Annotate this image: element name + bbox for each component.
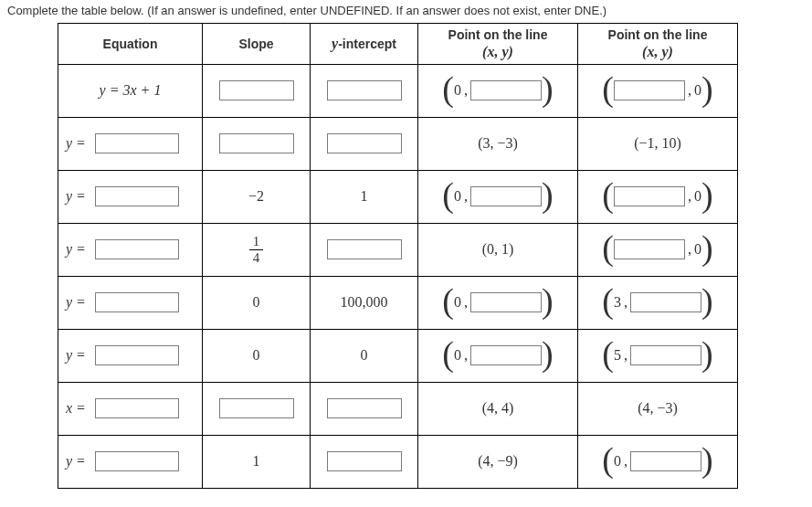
slope-input[interactable] xyxy=(219,398,294,418)
yint-input[interactable] xyxy=(327,451,402,471)
equation-input[interactable] xyxy=(95,239,179,259)
instruction-text: Complete the table below. (If an answer … xyxy=(7,4,805,17)
point2-x-input[interactable] xyxy=(614,80,685,100)
table-row: y = 1 4 (0, 1) ( ,0 ) xyxy=(58,223,738,276)
point1-y-input[interactable] xyxy=(470,80,542,100)
equation-input[interactable] xyxy=(95,292,179,312)
equation-lhs: y = xyxy=(66,241,86,258)
point2-y-input[interactable] xyxy=(630,451,701,471)
point2: ( ,0 ) xyxy=(602,80,712,100)
point1: ( 0, ) xyxy=(442,80,553,100)
point2: ( ,0 ) xyxy=(602,186,712,206)
table-row: y = 0 100,000 ( 0, ) ( 3, ) xyxy=(58,276,738,329)
slope-input[interactable] xyxy=(219,80,294,100)
yint-input[interactable] xyxy=(327,133,402,153)
yint-static: 100,000 xyxy=(341,294,388,311)
slope-fraction: 1 4 xyxy=(249,235,264,265)
point2-y-input[interactable] xyxy=(630,292,701,312)
header-equation: Equation xyxy=(58,24,203,65)
point2-static: (4, −3) xyxy=(638,400,678,417)
point2-static: (−1, 10) xyxy=(634,135,681,152)
point1: ( 0, ) xyxy=(442,345,553,365)
point2-y-input[interactable] xyxy=(630,345,701,365)
slope-static: −2 xyxy=(248,188,264,205)
equation-lhs: y = xyxy=(66,453,86,470)
table-row: y = 3x + 1 ( 0, ) ( ,0 ) xyxy=(58,64,738,117)
table-row: y = 0 0 ( 0, ) ( 5, ) xyxy=(58,329,738,382)
point2: ( ,0 ) xyxy=(602,239,712,259)
point1-static: (4, −9) xyxy=(478,453,518,470)
equation-input[interactable] xyxy=(95,398,179,418)
point2-x-input[interactable] xyxy=(614,186,685,206)
equation-input[interactable] xyxy=(95,451,179,471)
table-row: y = 1 (4, −9) ( 0, ) xyxy=(58,435,738,488)
slope-static: 1 xyxy=(253,453,260,470)
point2: ( 5, ) xyxy=(602,345,712,365)
point1: ( 0, ) xyxy=(442,292,553,312)
equation-input[interactable] xyxy=(95,186,179,206)
table-row: y = −2 1 ( 0, ) ( ,0 ) xyxy=(58,170,738,223)
yint-input[interactable] xyxy=(327,398,402,418)
yint-input[interactable] xyxy=(327,239,402,259)
equation-table: Equation Slope y-intercept Point on the … xyxy=(58,23,738,489)
point1-static: (4, 4) xyxy=(482,400,514,417)
yint-input[interactable] xyxy=(327,80,402,100)
equation-lhs: y = xyxy=(66,188,86,205)
point1-static: (3, −3) xyxy=(478,135,518,152)
equation-lhs: y = xyxy=(66,135,86,152)
point2: ( 0, ) xyxy=(602,451,712,471)
table-row: y = (3, −3) (−1, 10) xyxy=(58,117,738,170)
slope-static: 0 xyxy=(253,294,260,311)
header-slope: Slope xyxy=(203,24,311,65)
slope-input[interactable] xyxy=(219,133,294,153)
point1-y-input[interactable] xyxy=(470,186,542,206)
equation-lhs: y = xyxy=(66,294,86,311)
header-point2: Point on the line(x, y) xyxy=(578,24,738,65)
equation-input[interactable] xyxy=(95,345,179,365)
yint-static: 0 xyxy=(361,347,368,364)
point2: ( 3, ) xyxy=(602,292,712,312)
point1-static: (0, 1) xyxy=(482,241,514,258)
point1: ( 0, ) xyxy=(442,186,553,206)
header-point1: Point on the line(x, y) xyxy=(418,24,578,65)
point1-y-input[interactable] xyxy=(470,345,542,365)
slope-static: 0 xyxy=(253,347,260,364)
point1-y-input[interactable] xyxy=(470,292,542,312)
table-row: x = (4, 4) (4, −3) xyxy=(58,382,738,435)
equation-static: y = 3x + 1 xyxy=(100,82,162,99)
point2-x-input[interactable] xyxy=(614,239,685,259)
equation-lhs: x = xyxy=(66,400,86,417)
header-yintercept: y-intercept xyxy=(311,24,418,65)
yint-static: 1 xyxy=(361,188,368,205)
equation-lhs: y = xyxy=(66,347,86,364)
equation-input[interactable] xyxy=(95,133,179,153)
